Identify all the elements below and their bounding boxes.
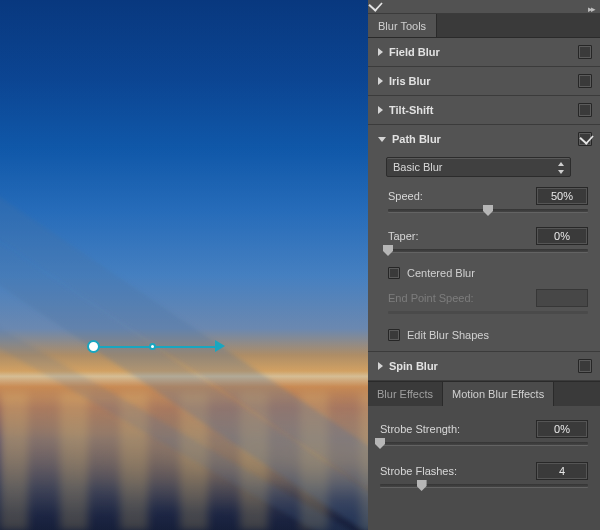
section-title: Spin Blur bbox=[389, 360, 438, 372]
centered-blur-label: Centered Blur bbox=[407, 267, 475, 279]
strobe-flashes-label: Strobe Flashes: bbox=[380, 465, 457, 477]
section-title: Field Blur bbox=[389, 46, 440, 58]
edit-blur-shapes-checkbox[interactable]: Edit Blur Shapes bbox=[388, 329, 588, 341]
checkbox-icon bbox=[388, 267, 400, 279]
strobe-strength-slider[interactable] bbox=[380, 436, 588, 450]
enable-field-blur-checkbox[interactable] bbox=[578, 45, 592, 59]
checkbox-icon bbox=[388, 329, 400, 341]
edit-blur-shapes-label: Edit Blur Shapes bbox=[407, 329, 489, 341]
end-point-speed-label: End Point Speed: bbox=[388, 292, 474, 304]
disclosure-right-icon bbox=[378, 106, 383, 114]
section-header-tilt-shift[interactable]: Tilt-Shift bbox=[368, 96, 600, 124]
tab-blur-effects[interactable]: Blur Effects bbox=[368, 382, 442, 406]
enable-spin-blur-checkbox[interactable] bbox=[578, 359, 592, 373]
effects-tabs: Blur Effects Motion Blur Effects bbox=[368, 382, 600, 406]
disclosure-right-icon bbox=[378, 362, 383, 370]
path-blur-mode-dropdown[interactable]: Basic Blur bbox=[386, 157, 571, 177]
panel-tabs: Blur Tools bbox=[368, 14, 600, 38]
section-spin-blur: Spin Blur bbox=[368, 352, 600, 381]
disclosure-right-icon bbox=[378, 48, 383, 56]
tab-blur-tools[interactable]: Blur Tools bbox=[368, 14, 437, 37]
section-header-spin-blur[interactable]: Spin Blur bbox=[368, 352, 600, 380]
strobe-strength-label: Strobe Strength: bbox=[380, 423, 460, 435]
strobe-flashes-slider[interactable] bbox=[380, 478, 588, 492]
end-point-speed-slider bbox=[388, 305, 588, 319]
tab-motion-blur-effects[interactable]: Motion Blur Effects bbox=[442, 382, 554, 406]
taper-slider[interactable] bbox=[388, 243, 588, 257]
dropdown-arrows-icon bbox=[557, 161, 565, 175]
section-tilt-shift: Tilt-Shift bbox=[368, 96, 600, 125]
section-title: Iris Blur bbox=[389, 75, 431, 87]
enable-path-blur-checkbox[interactable] bbox=[578, 132, 592, 146]
speed-label: Speed: bbox=[388, 190, 423, 202]
motion-blur-effects-panel: Blur Effects Motion Blur Effects Strobe … bbox=[368, 381, 600, 530]
section-title: Tilt-Shift bbox=[389, 104, 433, 116]
disclosure-down-icon bbox=[378, 137, 386, 142]
disclosure-right-icon bbox=[378, 77, 383, 85]
section-header-iris-blur[interactable]: Iris Blur bbox=[368, 67, 600, 95]
taper-label: Taper: bbox=[388, 230, 419, 242]
enable-iris-blur-checkbox[interactable] bbox=[578, 74, 592, 88]
speed-slider[interactable] bbox=[388, 203, 588, 217]
centered-blur-checkbox[interactable]: Centered Blur bbox=[388, 267, 588, 279]
flyout-menu-icon[interactable]: ▸▸ bbox=[588, 4, 594, 14]
section-header-field-blur[interactable]: Field Blur bbox=[368, 38, 600, 66]
panel-topbar: ▸▸ bbox=[368, 0, 600, 14]
section-iris-blur: Iris Blur bbox=[368, 67, 600, 96]
section-path-blur: Path Blur Basic Blur Speed: 50% bbox=[368, 125, 600, 352]
blur-tools-panel: ▸▸ Blur Tools Field Blur Iris Blur Tilt-… bbox=[368, 0, 600, 530]
dropdown-value: Basic Blur bbox=[393, 161, 443, 173]
section-field-blur: Field Blur bbox=[368, 38, 600, 67]
section-title: Path Blur bbox=[392, 133, 441, 145]
section-header-path-blur[interactable]: Path Blur bbox=[368, 125, 600, 153]
enable-tilt-shift-checkbox[interactable] bbox=[578, 103, 592, 117]
